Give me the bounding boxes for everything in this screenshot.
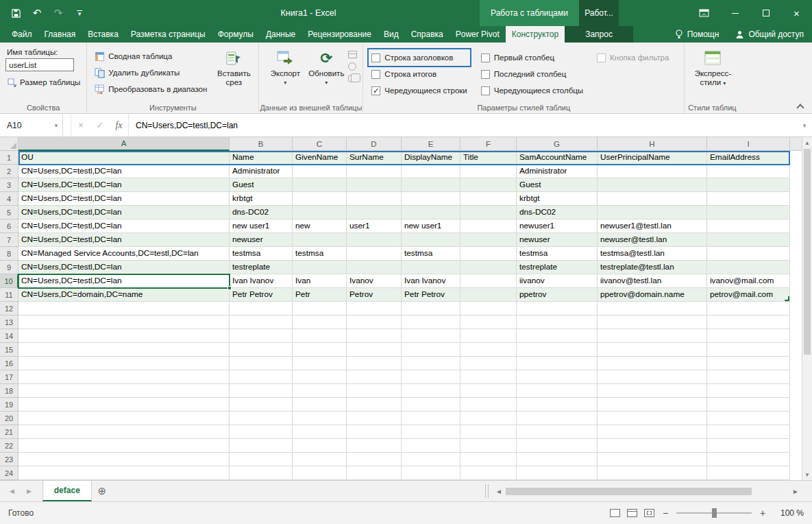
cell-I10[interactable]: ivanov@mail.com [707,274,790,288]
cell-B6[interactable]: new user1 [230,219,293,233]
cell-I1[interactable]: EmailAddress [707,151,790,165]
cell-H10[interactable]: iivanov@testl.lan [598,274,707,288]
cell-E7[interactable] [402,233,460,247]
tab-home[interactable]: Главная [38,26,82,43]
tab-file[interactable]: Файл [5,26,38,43]
cell-B3[interactable]: Guest [230,178,293,192]
cell-G10[interactable]: iivanov [517,274,598,288]
tab-help[interactable]: Справка [405,26,450,43]
banded-columns-checkbox[interactable]: Чередующиеся столбцы [478,82,586,99]
resize-table-button[interactable]: Размер таблицы [5,74,82,91]
insert-function-icon[interactable]: fx [110,114,129,136]
cell-B23[interactable] [230,453,293,466]
cell-I22[interactable] [707,439,790,453]
cell-C15[interactable] [293,343,347,357]
cell-F11[interactable] [460,288,517,302]
cell-G23[interactable] [517,453,598,466]
tab-page-layout[interactable]: Разметка страницы [125,26,212,43]
cell-F12[interactable] [460,302,517,315]
name-box[interactable]: A10 ▾ [0,114,63,136]
cell-D14[interactable] [347,329,402,343]
cell-D10[interactable]: Ivanov [347,274,402,288]
close-button[interactable]: × [781,0,812,26]
cell-A4[interactable]: CN=Users,DC=testl,DC=lan [19,192,230,206]
new-sheet-button[interactable]: ⊕ [92,481,112,501]
cell-A15[interactable] [19,343,230,357]
cell-A24[interactable] [19,466,230,480]
tab-scroll-splitter[interactable] [485,484,489,498]
total-row-checkbox[interactable]: Строка итогов [369,66,469,82]
cell-C12[interactable] [293,302,347,315]
select-all-corner[interactable] [0,137,19,151]
cell-F5[interactable] [460,206,517,219]
cell-F13[interactable] [460,315,517,329]
cell-B1[interactable]: Name [230,151,293,165]
cell-D6[interactable]: user1 [347,219,402,233]
cell-H15[interactable] [598,343,707,357]
cell-H22[interactable] [598,439,707,453]
cell-I5[interactable] [707,206,790,219]
filter-button-checkbox[interactable]: Кнопка фильтра [594,49,672,66]
ribbon-display-options-icon[interactable] [689,0,719,26]
cell-C22[interactable] [293,439,347,453]
help-assistant-button[interactable]: Помощн [667,26,728,43]
cell-D19[interactable] [347,398,402,412]
row-header-12[interactable]: 12 [0,302,19,315]
cell-B18[interactable] [230,384,293,398]
cell-F24[interactable] [460,466,517,480]
horizontal-scrollbar[interactable]: ◄ ► [493,481,801,501]
horizontal-scroll-track[interactable] [504,488,790,495]
cell-E4[interactable] [402,192,460,206]
cell-D2[interactable] [347,165,402,178]
cell-C5[interactable] [293,206,347,219]
cell-D22[interactable] [347,439,402,453]
row-header-11[interactable]: 11 [0,288,19,302]
cell-E22[interactable] [402,439,460,453]
cell-E3[interactable] [402,178,460,192]
cell-C24[interactable] [293,466,347,480]
cell-H24[interactable] [598,466,707,480]
name-box-splitter[interactable] [63,114,71,136]
cell-G2[interactable]: Administrator [517,165,598,178]
insert-slicer-button[interactable]: Вставить срез [213,45,254,87]
customize-quick-access-icon[interactable]: ▾ [73,7,86,19]
cell-F14[interactable] [460,329,517,343]
cell-D7[interactable] [347,233,402,247]
cell-F3[interactable] [460,178,517,192]
cell-G12[interactable] [517,302,598,315]
cell-F21[interactable] [460,425,517,439]
cell-C19[interactable] [293,398,347,412]
cell-B22[interactable] [230,439,293,453]
row-header-16[interactable]: 16 [0,357,19,370]
cell-B24[interactable] [230,466,293,480]
cell-G6[interactable]: newuser1 [517,219,598,233]
cell-G17[interactable] [517,370,598,384]
cell-A23[interactable] [19,453,230,466]
cell-F15[interactable] [460,343,517,357]
quick-styles-button[interactable]: Экспресс- стили ▾ [690,45,735,88]
refresh-button[interactable]: ⟳ Обновить ▾ [306,45,347,87]
normal-view-icon[interactable] [610,509,620,517]
cell-D18[interactable] [347,384,402,398]
cell-C10[interactable]: Ivan [293,274,347,288]
unlink-icon[interactable] [348,75,357,82]
column-header-H[interactable]: H [598,137,707,151]
cell-A14[interactable] [19,329,230,343]
cell-B20[interactable] [230,412,293,425]
cell-A17[interactable] [19,370,230,384]
cell-I2[interactable] [707,165,790,178]
cell-E15[interactable] [402,343,460,357]
row-header-1[interactable]: 1 [0,151,19,165]
cell-E10[interactable]: Ivan Ivanov [402,274,460,288]
cell-I9[interactable] [707,261,790,274]
row-header-4[interactable]: 4 [0,192,19,206]
cell-D4[interactable] [347,192,402,206]
cell-E24[interactable] [402,466,460,480]
tab-insert[interactable]: Вставка [82,26,125,43]
row-header-3[interactable]: 3 [0,178,19,192]
cell-I23[interactable] [707,453,790,466]
cell-I14[interactable] [707,329,790,343]
cell-I17[interactable] [707,370,790,384]
cell-D15[interactable] [347,343,402,357]
cell-G18[interactable] [517,384,598,398]
